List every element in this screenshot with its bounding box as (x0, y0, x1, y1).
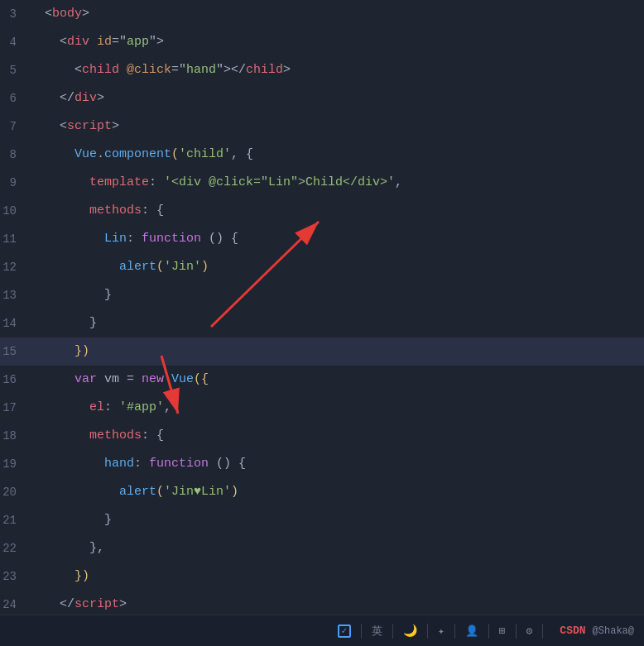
line-number: 3 (0, 0, 30, 28)
line-number: 7 (0, 112, 30, 141)
checkbox-icon[interactable] (338, 624, 351, 638)
divider-4 (454, 624, 455, 639)
code-line: 12 alert('Jin') (0, 253, 644, 281)
line-content: <div id="app"> (30, 28, 636, 56)
code-line: 15 }) (0, 337, 644, 366)
code-editor: 3 <body>4 <div id="app">5 <child @click=… (0, 0, 644, 619)
line-number: 18 (0, 422, 30, 450)
line-content: <body> (30, 0, 636, 28)
line-number: 11 (0, 225, 30, 253)
language-toggle[interactable]: 英 (372, 624, 382, 639)
line-number: 23 (0, 562, 30, 591)
code-line: 3 <body> (0, 0, 644, 28)
line-number: 8 (0, 141, 30, 169)
code-line: 19 hand: function () { (0, 450, 644, 478)
line-number: 10 (0, 197, 30, 225)
code-line: 16 var vm = new Vue({ (0, 366, 644, 394)
line-number: 21 (0, 506, 30, 534)
line-content: Vue.component('child', { (30, 141, 636, 169)
line-content: Lin: function () { (30, 225, 636, 253)
line-number: 13 (0, 281, 30, 309)
settings-icon[interactable]: ⚙ (526, 624, 533, 638)
code-line: 8 Vue.component('child', { (0, 141, 644, 169)
code-line: 21 } (0, 506, 644, 534)
line-number: 14 (0, 309, 30, 337)
code-line: 23 }) (0, 562, 644, 591)
code-line: 6 </div> (0, 84, 644, 112)
user-icon[interactable]: 👤 (465, 624, 478, 638)
code-line: 13 } (0, 281, 644, 309)
spark-icon[interactable]: ✦ (438, 624, 445, 638)
line-number: 22 (0, 534, 30, 562)
line-number: 16 (0, 366, 30, 394)
line-content: methods: { (30, 197, 636, 225)
divider-5 (488, 624, 489, 639)
code-line: 7 <script> (0, 112, 644, 141)
line-content: alert('Jin') (30, 253, 636, 281)
code-line: 17 el: '#app', (0, 394, 644, 422)
code-line: 9 template: '<div @click="Lin">Child</di… (0, 169, 644, 197)
author-label: @Shaka@ (593, 625, 634, 637)
line-content: }, (30, 534, 636, 562)
divider-3 (427, 624, 428, 639)
line-number: 19 (0, 450, 30, 478)
line-number: 12 (0, 253, 30, 281)
grid-icon[interactable]: ⊞ (499, 624, 506, 638)
line-content: } (30, 309, 636, 337)
line-number: 20 (0, 478, 30, 506)
line-content: template: '<div @click="Lin">Child</div>… (30, 169, 636, 197)
divider-7 (542, 624, 543, 639)
code-line: 10 methods: { (0, 197, 644, 225)
line-number: 9 (0, 169, 30, 197)
code-line: 20 alert('Jin♥Lin') (0, 478, 644, 506)
divider-1 (361, 624, 362, 639)
code-line: 5 <child @click="hand"></child> (0, 56, 644, 84)
line-number: 17 (0, 394, 30, 422)
line-number: 4 (0, 28, 30, 56)
toolbar-right: 英 🌙 ✦ 👤 ⊞ ⚙ CSDN @Shaka@ (338, 624, 634, 639)
line-content: methods: { (30, 422, 636, 450)
line-number: 6 (0, 84, 30, 112)
code-line: 4 <div id="app"> (0, 28, 644, 56)
line-content: } (30, 281, 636, 309)
line-content: }) (30, 562, 636, 591)
line-content: el: '#app', (30, 394, 636, 422)
line-number: 5 (0, 56, 30, 84)
csdn-logo: CSDN (560, 624, 585, 637)
bottom-toolbar: 英 🌙 ✦ 👤 ⊞ ⚙ CSDN @Shaka@ (0, 615, 644, 646)
divider-2 (392, 624, 393, 639)
line-content: hand: function () { (30, 450, 636, 478)
line-content: <child @click="hand"></child> (30, 56, 636, 84)
line-number: 15 (0, 337, 30, 366)
moon-icon[interactable]: 🌙 (403, 624, 417, 638)
line-content: } (30, 506, 636, 534)
line-content: <script> (30, 112, 636, 141)
code-line: 11 Lin: function () { (0, 225, 644, 253)
line-content: var vm = new Vue({ (30, 366, 636, 394)
code-line: 14 } (0, 309, 644, 337)
line-content: </div> (30, 84, 636, 112)
line-content: alert('Jin♥Lin') (30, 478, 636, 506)
code-line: 22 }, (0, 534, 644, 562)
line-content: }) (30, 337, 636, 366)
divider-6 (516, 624, 517, 639)
code-line: 18 methods: { (0, 422, 644, 450)
